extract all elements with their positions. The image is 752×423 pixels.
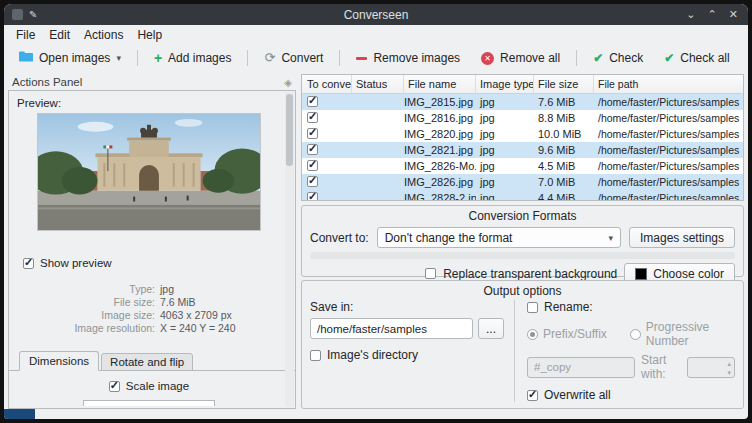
panel-scrollbar[interactable] [285,92,294,407]
window-title: Converseen [4,8,748,22]
app-icon [12,9,23,20]
show-preview-checkbox[interactable] [23,258,34,269]
progressive-number-radio[interactable] [630,329,641,340]
open-images-button[interactable]: Open images ▾ [10,48,130,68]
remove-images-label: Remove images [373,51,460,65]
row-filepath: /home/faster/Pictures/samples [594,112,743,124]
col-to-convert[interactable]: To convert [302,75,352,93]
check-icon: ✔ [593,51,603,65]
row-filesize: 7.0 MiB [534,176,594,188]
output-options-title: Output options [302,281,743,298]
add-images-label: Add images [168,51,231,65]
row-checkbox[interactable] [307,96,318,107]
rename-checkbox[interactable] [527,302,538,313]
panel-scrollbar-handle[interactable] [286,94,293,166]
images-directory-label: Image's directory [327,348,418,362]
maximize-icon[interactable]: ⌃ [708,8,717,21]
table-row[interactable]: IMG_2828-2.jpg jpg 4.4 MiB /home/faster/… [302,190,743,201]
actions-tabbar: Dimensions Rotate and flip [17,351,281,371]
row-filepath: /home/faster/Pictures/samples [594,96,743,108]
col-file-path[interactable]: File path [594,75,743,93]
row-filename: IMG_2826.jpg [404,176,476,188]
menu-actions[interactable]: Actions [77,26,130,44]
row-checkbox[interactable] [307,192,318,202]
actions-panel-body: Preview: [8,90,296,409]
convert-icon: ⟳ [264,53,275,63]
convert-label: Convert [281,51,323,65]
col-image-type[interactable]: Image type [476,75,534,93]
prefix-suffix-label: Prefix/Suffix [543,327,607,341]
save-path-input[interactable] [310,318,473,339]
menu-edit[interactable]: Edit [42,26,77,44]
rename-pattern-input[interactable] [527,357,635,378]
meta-imagesize-value: 4063 x 2709 px [160,309,232,322]
toolbar-separator [137,50,138,66]
tab-rotate-flip[interactable]: Rotate and flip [101,353,193,371]
row-checkbox[interactable] [307,160,318,171]
menu-file[interactable]: File [9,26,42,44]
preview-label: Preview: [17,97,281,109]
convert-button[interactable]: ⟳ Convert [255,48,332,68]
images-settings-button[interactable]: Images settings [629,227,735,248]
remove-images-button[interactable]: Remove images [347,48,469,68]
row-imagetype: jpg [476,96,534,108]
row-filesize: 4.4 MiB [534,192,594,201]
images-directory-checkbox[interactable] [310,350,321,361]
edit-pencil-icon: ✎ [29,9,37,20]
row-checkbox[interactable] [307,144,318,155]
row-imagetype: jpg [476,160,534,172]
replace-background-checkbox[interactable] [425,268,436,279]
tab-dimensions[interactable]: Dimensions [19,351,99,371]
table-row[interactable]: IMG_2815.jpg jpg 7.6 MiB /home/faster/Pi… [302,94,743,110]
check-button[interactable]: ✔ Check [584,48,652,68]
overwrite-all-label: Overwrite all [544,388,611,402]
row-imagetype: jpg [476,128,534,140]
row-filepath: /home/faster/Pictures/samples [594,160,743,172]
titlebar: ✎ Converseen ⌄ ⌃ ✕ [4,4,748,25]
toolbar-separator [247,50,248,66]
col-file-name[interactable]: File name [404,75,476,93]
row-imagetype: jpg [476,144,534,156]
table-row[interactable]: IMG_2816.jpg jpg 8.8 MiB /home/faster/Pi… [302,110,743,126]
scale-width-field[interactable] [83,400,215,406]
file-table: To convert Status File name Image type F… [301,74,744,201]
minimize-icon[interactable]: ⌄ [686,8,695,21]
row-filepath: /home/faster/Pictures/samples [594,176,743,188]
format-select[interactable]: Don't change the format ▾ [377,227,621,248]
row-checkbox[interactable] [307,128,318,139]
minus-icon [356,57,367,60]
table-row[interactable]: IMG_2826-Mo... jpg 4.5 MiB /home/faster/… [302,158,743,174]
preview-image [37,113,261,231]
row-checkbox[interactable] [307,176,318,187]
table-row[interactable]: IMG_2826.jpg jpg 7.0 MiB /home/faster/Pi… [302,174,743,190]
prefix-suffix-radio[interactable] [527,329,538,340]
open-images-label: Open images [39,51,110,65]
check-all-button[interactable]: ✔ Check all [655,48,738,68]
row-filename: IMG_2821.jpg [404,144,476,156]
meta-imagesize-label: Image size: [17,309,155,322]
browse-button[interactable]: ... [478,318,504,339]
save-in-label: Save in: [310,300,504,314]
panel-float-icon[interactable]: ◈ [284,77,292,88]
check-all-label: Check all [680,51,729,65]
col-file-size[interactable]: File size [534,75,594,93]
add-images-button[interactable]: + Add images [145,48,241,68]
file-table-header: To convert Status File name Image type F… [302,75,743,94]
replace-background-label: Replace transparent background [443,267,617,281]
dimensions-tab-content: Scale image [17,371,281,406]
table-row[interactable]: IMG_2821.jpg jpg 9.6 MiB /home/faster/Pi… [302,142,743,158]
toolbar: Open images ▾ + Add images ⟳ Convert Rem… [4,45,748,71]
conversion-formats-title: Conversion Formats [302,206,743,223]
app-window: ✎ Converseen ⌄ ⌃ ✕ File Edit Actions Hel… [4,4,748,419]
scale-image-checkbox[interactable] [109,381,120,392]
spinner-arrows-icon[interactable]: ▴▾ [727,359,731,377]
start-with-spinner[interactable]: ▴▾ [687,357,735,378]
col-status[interactable]: Status [352,75,404,93]
overwrite-all-checkbox[interactable] [527,390,538,401]
table-row[interactable]: IMG_2820.jpg jpg 10.0 MiB /home/faster/P… [302,126,743,142]
close-icon[interactable]: ✕ [729,8,738,21]
remove-all-button[interactable]: ✕ Remove all [472,48,569,68]
chevron-down-icon[interactable]: ▾ [116,53,121,63]
row-checkbox[interactable] [307,112,318,123]
menu-help[interactable]: Help [130,26,169,44]
